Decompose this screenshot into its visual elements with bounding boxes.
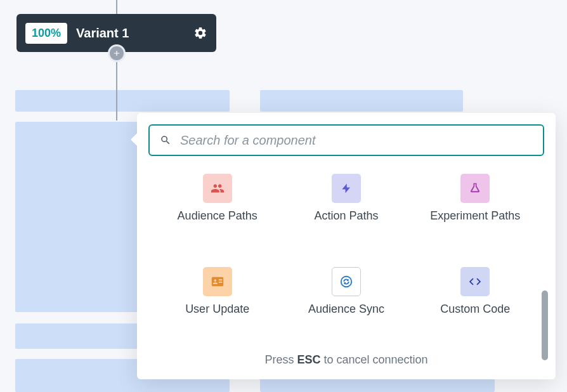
svg-point-0 bbox=[341, 276, 352, 287]
component-label: Audience Paths bbox=[178, 209, 257, 223]
flask-icon bbox=[460, 174, 490, 203]
component-label: Action Paths bbox=[314, 209, 378, 223]
scrollbar-thumb[interactable] bbox=[542, 291, 548, 360]
add-step-button[interactable] bbox=[108, 44, 126, 62]
popup-arrow bbox=[131, 132, 138, 147]
hint-suffix: to cancel connection bbox=[320, 353, 427, 366]
placeholder-block bbox=[15, 90, 230, 112]
component-item-custom-code[interactable]: Custom Code bbox=[414, 267, 537, 341]
variant-label: Variant 1 bbox=[76, 26, 185, 41]
component-item-action-paths[interactable]: Action Paths bbox=[285, 174, 407, 248]
search-icon bbox=[160, 134, 171, 146]
id-card-icon bbox=[203, 267, 232, 296]
gear-icon[interactable] bbox=[193, 26, 207, 40]
component-item-experiment-paths[interactable]: Experiment Paths bbox=[414, 174, 537, 248]
component-label: User Update bbox=[185, 303, 249, 316]
search-input[interactable] bbox=[180, 133, 533, 148]
placeholder-block bbox=[260, 90, 463, 112]
sync-icon bbox=[332, 267, 361, 296]
component-item-audience-paths[interactable]: Audience Paths bbox=[156, 174, 278, 248]
cancel-hint: Press ESC to cancel connection bbox=[137, 341, 556, 379]
component-label: Custom Code bbox=[440, 303, 510, 316]
users-icon bbox=[203, 174, 232, 203]
component-item-user-update[interactable]: User Update bbox=[156, 267, 278, 341]
component-picker-popup: Audience PathsAction PathsExperiment Pat… bbox=[137, 113, 556, 379]
hint-prefix: Press bbox=[264, 353, 297, 366]
lightning-icon bbox=[332, 174, 361, 203]
component-label: Experiment Paths bbox=[430, 209, 520, 223]
component-label: Audience Sync bbox=[308, 303, 384, 316]
variant-percentage-badge: 100% bbox=[25, 23, 67, 44]
search-field[interactable] bbox=[148, 124, 544, 156]
code-icon bbox=[460, 267, 490, 296]
component-item-audience-sync[interactable]: Audience Sync bbox=[285, 267, 407, 341]
hint-key: ESC bbox=[297, 353, 320, 366]
